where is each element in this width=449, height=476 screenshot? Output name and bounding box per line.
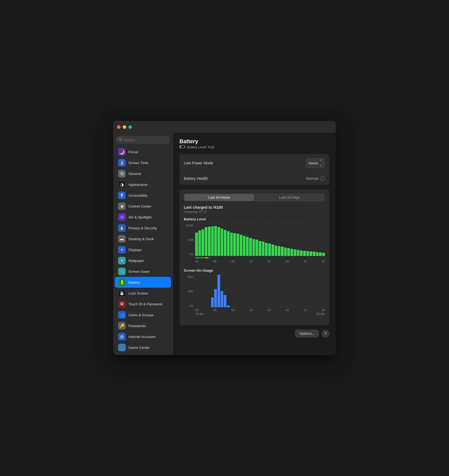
sidebar-item-accessibility[interactable]: Accessibility (115, 190, 171, 201)
date-start: 19 Apr (195, 312, 204, 315)
battery-bar (236, 234, 239, 256)
charged-info: Last charged to %100 Yesterday 07:37 (184, 205, 325, 214)
battery-bar (300, 250, 303, 256)
privacy-security-icon: ✋ (118, 224, 126, 232)
title-bar (113, 121, 336, 133)
minimize-button[interactable] (123, 125, 126, 129)
battery-chart-area (195, 223, 325, 256)
page-title: Battery (179, 138, 329, 145)
low-power-mode-select[interactable]: Never ⌃⌄ (306, 158, 325, 168)
sidebar-item-control-center[interactable]: ▦ Control Center (115, 201, 171, 212)
sidebar-item-wallpaper-label: Wallpaper (128, 259, 144, 263)
battery-bar (246, 237, 249, 256)
sidebar-item-touch-id[interactable]: Touch ID & Password (115, 299, 171, 309)
battery-bar (297, 250, 300, 256)
battery-bar (198, 230, 201, 256)
chevron-updown-icon: ⌃⌄ (319, 159, 322, 167)
tab-10d[interactable]: Last 10 Days (255, 194, 324, 201)
charged-title: Last charged to %100 (184, 205, 325, 209)
battery-bar (294, 249, 296, 256)
battery-level-chart-title: Battery Level (184, 217, 325, 221)
sidebar-item-touch-id-label: Touch ID & Password (128, 302, 162, 306)
search-input[interactable] (124, 138, 167, 142)
options-button[interactable]: Options... (295, 330, 319, 337)
sidebar-item-wallpaper[interactable]: ✦ Wallpaper (115, 255, 171, 266)
focus-icon: 🌙 (118, 148, 126, 156)
battery-health-value-area: Normal i (306, 176, 325, 181)
battery-bar (195, 233, 198, 256)
sidebar-item-appearance-label: Appearance (128, 183, 147, 187)
main-content: Battery Battery Level: %16 Low Power M (173, 133, 336, 355)
desktop-dock-icon: ▬ (118, 235, 126, 243)
battery-bar (303, 251, 306, 256)
sidebar-item-desktop-dock[interactable]: ▬ Desktop & Dock (115, 233, 171, 244)
battery-level-canvas: %100 %50 %0 (184, 223, 325, 256)
sidebar-item-desktop-label: Desktop & Dock (128, 237, 154, 241)
touch-id-icon (118, 300, 126, 308)
battery-bar (217, 227, 220, 256)
sidebar-item-lock-label: Lock Screen (128, 291, 148, 295)
sidebar-item-users-groups[interactable]: 👥 Users & Groups (115, 309, 171, 320)
sidebar-item-general[interactable]: ⚙️ General (115, 168, 171, 179)
main-window: 🌙 Focus ⌛ Screen Time ⚙️ General ◑ Appea… (113, 121, 336, 355)
appearance-icon: ◑ (118, 181, 126, 188)
svg-point-3 (120, 215, 124, 219)
sidebar-item-siri-label: Siri & Spotlight (128, 215, 151, 219)
sidebar-item-internet-accounts[interactable]: @ Internet Accounts (115, 331, 171, 342)
battery-bar (249, 238, 252, 256)
page-header: Battery Battery Level: %16 (179, 138, 329, 149)
battery-bar (240, 235, 242, 256)
battery-health-row: Battery Health Normal i (179, 172, 329, 185)
sidebar-item-focus[interactable]: 🌙 Focus (115, 146, 171, 157)
maximize-button[interactable] (128, 125, 132, 129)
date-labels: 19 Apr 20 Apr (184, 312, 325, 315)
sidebar-item-privacy-label: Privacy & Security (128, 226, 157, 230)
search-bar[interactable] (116, 136, 170, 144)
sidebar-item-passwords[interactable]: 🔑 Passwords (115, 320, 171, 331)
displays-icon: ☀ (118, 246, 126, 253)
game-center-icon: 🎮 (118, 344, 126, 351)
control-center-icon: ▦ (118, 202, 126, 210)
battery-health-info-button[interactable]: i (320, 176, 325, 181)
battery-x-labels: 03 06 09 12 15 18 21 00 (184, 260, 325, 263)
battery-bar (275, 246, 277, 256)
battery-bar (201, 229, 204, 256)
sidebar-item-displays[interactable]: ☀ Displays (115, 244, 171, 255)
svg-point-2 (121, 193, 123, 195)
battery-bar (284, 248, 287, 256)
y-label-0m: 0m (189, 304, 194, 307)
general-icon: ⚙️ (118, 170, 126, 177)
sidebar-item-game-center[interactable]: 🎮 Game Center (115, 342, 171, 353)
sidebar-item-privacy-security[interactable]: ✋ Privacy & Security (115, 223, 171, 233)
battery-bar (268, 243, 271, 256)
battery-bar (243, 236, 246, 256)
sidebar-item-siri-spotlight[interactable]: Siri & Spotlight (115, 212, 171, 223)
y-label-60m: 60m (188, 275, 194, 278)
tab-24h[interactable]: Last 24 Hours (184, 194, 254, 201)
users-groups-icon: 👥 (118, 311, 126, 319)
lock-screen-icon (118, 289, 126, 297)
battery-health-value: Normal (306, 176, 318, 181)
battery-bar (271, 245, 274, 256)
sidebar-item-screen-time[interactable]: ⌛ Screen Time (115, 157, 171, 168)
battery-bar (252, 239, 255, 256)
sidebar-item-screen-saver-label: Screen Saver (128, 270, 150, 274)
screen-canvas: 60m 30m 0m (184, 275, 325, 307)
battery-bar (316, 252, 319, 256)
sidebar-item-users-groups-label: Users & Groups (128, 313, 153, 317)
help-button[interactable]: ? (322, 330, 329, 337)
sidebar-item-appearance[interactable]: ◑ Appearance (115, 179, 171, 190)
battery-y-labels: %100 %50 %0 (184, 223, 194, 256)
sidebar-item-lock-screen[interactable]: Lock Screen (115, 288, 171, 299)
internet-accounts-icon: @ (118, 333, 126, 340)
battery-bar (322, 253, 325, 256)
y-label-100: %100 (186, 224, 194, 227)
sidebar-item-screen-saver[interactable]: ◌ Screen Saver (115, 266, 171, 277)
close-button[interactable] (117, 125, 121, 129)
sidebar-item-battery[interactable]: 🔋 Battery (115, 277, 171, 288)
battery-icon: 🔋 (118, 278, 126, 286)
charged-sub: Yesterday 07:37 (184, 210, 325, 214)
sidebar-item-screen-time-label: Screen Time (128, 161, 148, 165)
accessibility-icon (118, 192, 126, 199)
low-power-mode-row: Low Power Mode Never ⌃⌄ (179, 154, 329, 172)
